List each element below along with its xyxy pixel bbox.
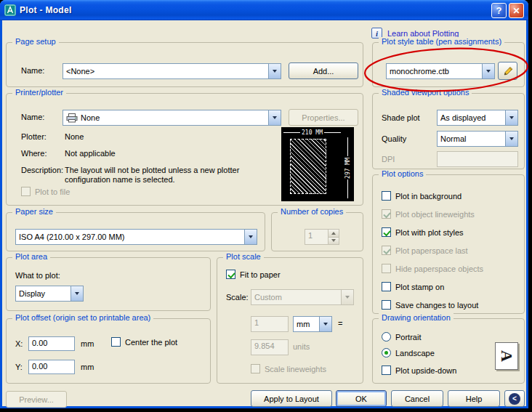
window-title: Plot - Model	[20, 5, 72, 15]
checkbox-label: Save changes to layout	[395, 301, 478, 310]
plot-options-group: Plot options Plot in background Plot obj…	[372, 174, 525, 314]
scale-denominator-input[interactable]: 9.854	[251, 339, 289, 355]
quality-label: Quality	[382, 134, 406, 143]
shade-plot-value: As displayed	[438, 113, 505, 122]
preview-button[interactable]: Preview...	[6, 391, 67, 408]
chevron-down-icon[interactable]	[505, 110, 517, 125]
chevron-down-icon[interactable]	[70, 286, 83, 301]
apply-button-label: Apply to Layout	[264, 395, 319, 403]
paper-width-label: 210 MM	[302, 129, 323, 136]
printer-properties-button[interactable]: Properties...	[289, 109, 358, 126]
scale-unit-select[interactable]: mm	[293, 316, 332, 332]
plot-offset-group: Plot offset (origin set to printable are…	[6, 318, 211, 384]
fit-to-paper-checkbox[interactable]: Fit to paper	[226, 270, 281, 279]
printer-name-label: Name:	[21, 113, 44, 121]
add-button-label: Add...	[313, 67, 334, 76]
printer-icon	[66, 113, 78, 123]
checkbox-box	[111, 337, 121, 347]
description-value: The layout will not be plotted unless a …	[65, 166, 277, 185]
plot-object-lineweights-checkbox[interactable]: Plot object lineweights	[382, 209, 475, 219]
paper-size-value: ISO A4 (210.00 x 297.00 MM)	[16, 233, 244, 241]
question-icon: ?	[496, 5, 502, 16]
add-page-setup-button[interactable]: Add...	[289, 62, 358, 79]
printer-name-value: None	[81, 113, 100, 122]
drawing-orientation-group: Drawing orientation Portrait Landscape P…	[372, 318, 525, 384]
plot-in-background-checkbox[interactable]: Plot in background	[382, 191, 462, 201]
paper-size-select[interactable]: ISO A4 (210.00 x 297.00 MM)	[15, 229, 257, 245]
quality-value: Normal	[438, 134, 505, 143]
paper-height-label: 297 MM	[344, 158, 351, 179]
orientation-letter: A	[497, 350, 516, 362]
checkbox-box	[382, 246, 391, 255]
checkbox-box	[382, 300, 391, 310]
shade-plot-select[interactable]: As displayed	[437, 110, 518, 126]
preview-button-label: Preview...	[19, 395, 54, 404]
ok-button-label: OK	[355, 395, 367, 403]
scale-numerator-input[interactable]: 1	[251, 316, 289, 332]
spin-down-icon[interactable]	[329, 238, 339, 245]
scale-unit-value: mm	[294, 320, 319, 328]
offset-x-input[interactable]: 0.00	[28, 336, 75, 351]
apply-to-layout-button[interactable]: Apply to Layout	[251, 390, 332, 407]
window-close-button[interactable]: ✕	[509, 3, 524, 18]
landscape-radio[interactable]: Landscape	[382, 348, 435, 358]
shaded-viewport-legend: Shaded viewport options	[379, 88, 472, 97]
save-changes-to-layout-checkbox[interactable]: Save changes to layout	[382, 300, 478, 310]
plot-style-select[interactable]: monochrome.ctb	[386, 63, 495, 79]
plot-area-legend: Plot area	[12, 252, 50, 261]
portrait-radio[interactable]: Portrait	[382, 332, 421, 342]
chevron-down-icon[interactable]	[244, 230, 257, 244]
dpi-input[interactable]	[437, 151, 518, 167]
spin-up-icon[interactable]	[329, 230, 339, 238]
page-setup-name-select[interactable]: <None>	[63, 63, 281, 79]
scale-select[interactable]: Custom	[251, 289, 354, 305]
offset-y-input[interactable]: 0.00	[28, 360, 75, 374]
plot-upside-down-checkbox[interactable]: Plot upside-down	[382, 365, 456, 375]
cancel-button[interactable]: Cancel	[391, 390, 443, 407]
scale-lineweights-checkbox[interactable]: Scale lineweights	[251, 364, 326, 373]
plot-with-plot-styles-checkbox[interactable]: Plot with plot styles	[382, 227, 464, 237]
page-setup-legend: Page setup	[12, 37, 59, 46]
plot-to-file-checkbox[interactable]: Plot to file	[21, 187, 70, 196]
printer-name-select[interactable]: None	[63, 110, 281, 126]
radio-circle	[382, 348, 391, 358]
chevron-down-icon[interactable]	[319, 317, 331, 331]
plot-paperspace-last-checkbox[interactable]: Plot paperspace last	[382, 246, 468, 255]
checkbox-box	[382, 227, 391, 237]
help-button[interactable]: Help	[448, 390, 500, 407]
chevron-down-icon[interactable]	[482, 64, 494, 78]
chevron-down-icon[interactable]	[268, 110, 281, 125]
plot-stamp-on-checkbox[interactable]: Plot stamp on	[382, 282, 444, 291]
plotter-value: None	[65, 132, 84, 141]
close-icon: ✕	[512, 6, 520, 16]
checkbox-box	[251, 364, 260, 373]
cancel-button-label: Cancel	[405, 395, 430, 403]
edit-plot-style-button[interactable]	[498, 62, 517, 80]
app-icon	[4, 4, 16, 16]
quality-select[interactable]: Normal	[437, 131, 518, 147]
chevron-down-icon[interactable]	[341, 290, 353, 304]
title-bar[interactable]: Plot - Model ? ✕	[0, 0, 528, 20]
offset-y-unit: mm	[81, 363, 94, 371]
ok-button[interactable]: OK	[336, 390, 387, 407]
spinner-buttons	[328, 230, 339, 244]
what-to-plot-select[interactable]: Display	[15, 286, 84, 302]
less-options-button[interactable]: <	[504, 390, 525, 407]
hide-paperspace-objects-checkbox[interactable]: Hide paperspace objects	[382, 264, 483, 273]
chevron-down-icon[interactable]	[268, 64, 281, 78]
offset-x-value: 0.00	[32, 339, 47, 347]
radio-circle	[382, 332, 391, 342]
checkbox-label: Fit to paper	[240, 270, 281, 279]
what-to-plot-label: What to plot:	[15, 271, 60, 280]
checkbox-label: Center the plot	[125, 338, 177, 347]
window-help-button[interactable]: ?	[491, 3, 507, 18]
plot-to-file-label: Plot to file	[35, 187, 70, 196]
chevron-left-icon: <	[509, 393, 520, 405]
center-the-plot-checkbox[interactable]: Center the plot	[111, 337, 177, 347]
plot-scale-legend: Plot scale	[223, 252, 264, 261]
copies-spinner[interactable]: 1	[305, 229, 339, 245]
paper-preview: 210 MM 297 MM	[281, 127, 354, 201]
where-value: Not applicable	[65, 149, 116, 158]
chevron-down-icon[interactable]	[505, 132, 517, 146]
paper-size-legend: Paper size	[12, 207, 56, 216]
